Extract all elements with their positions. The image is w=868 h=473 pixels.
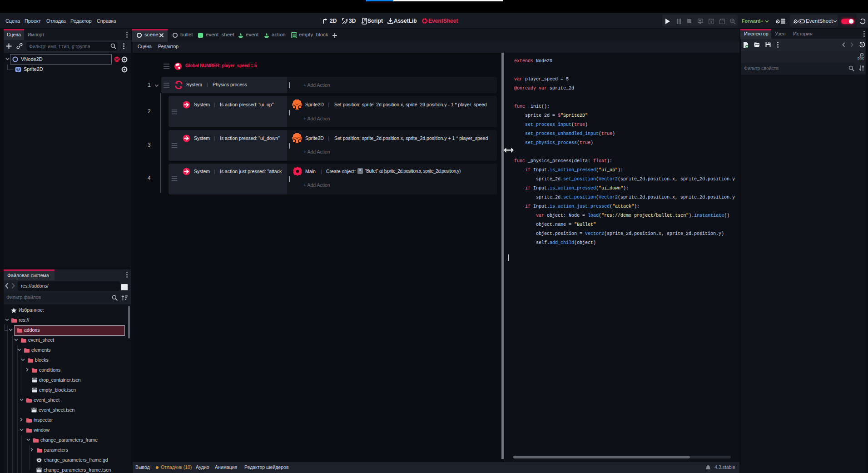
svg-text:DOC: DOC — [858, 57, 864, 60]
